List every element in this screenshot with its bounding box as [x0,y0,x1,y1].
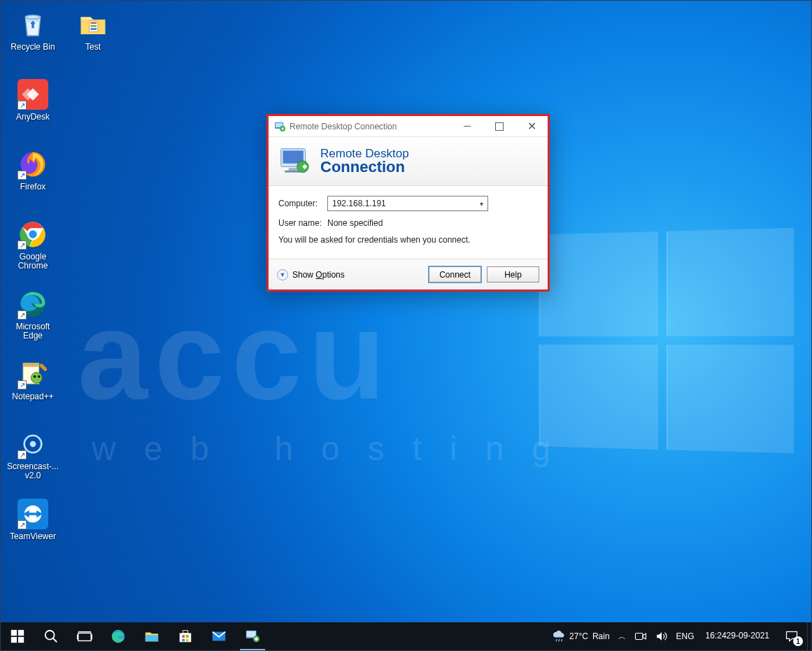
taskbar-app-mail[interactable] [202,622,236,650]
window-close-button[interactable]: ✕ [515,116,548,137]
desktop-icon-label: Recycle Bin [5,43,61,52]
task-view-icon [77,629,92,644]
connect-button[interactable]: Connect [429,266,481,282]
search-icon [43,629,59,644]
desktop-icon-label: Microsoft Edge [5,322,61,340]
taskbar-app-file-explorer[interactable] [135,622,169,650]
desktop-icon-label: Test [65,43,121,52]
chevron-up-icon: ︿ [618,631,626,642]
window-minimize-button[interactable] [451,116,483,137]
svg-rect-40 [182,635,185,638]
file-explorer-icon [144,629,159,644]
desktop-icon-recycle-bin[interactable]: Recycle Bin [5,9,61,64]
remote-desktop-window: Remote Desktop Connection ✕ Remote Deskt… [269,116,548,289]
weather-widget[interactable]: 27°C Rain [548,622,614,650]
desktop-icon-test-folder[interactable]: Test [65,9,121,64]
tray-meet-now[interactable] [630,622,651,650]
desktop-icon-label: Notepad++ [5,392,61,401]
desktop-icon-notepad-plus-plus[interactable]: ↗ Notepad++ [5,359,61,413]
tray-volume[interactable] [651,622,672,650]
taskbar-app-edge[interactable] [101,622,135,650]
desktop-icon-firefox[interactable]: ↗ Firefox [5,149,61,203]
show-options-toggle[interactable]: ▼ Show Options [277,269,423,280]
start-button[interactable] [1,622,34,650]
firefox-icon: ↗ [17,149,48,180]
tray-clock[interactable]: 16:24 29-09-2021 [699,622,776,650]
svg-rect-46 [247,631,256,637]
show-options-label: Show Options [292,270,345,280]
svg-rect-41 [186,635,189,638]
help-button[interactable]: Help [487,266,539,282]
window-maximize-button[interactable] [483,116,515,137]
window-title: Remote Desktop Connection [290,122,451,131]
recycle-bin-icon [17,9,48,40]
desktop-icon-screencast[interactable]: ↗ Screencast-... v2.0 [5,429,61,483]
rdc-banner-line2: Connection [320,159,409,175]
tray-time: 16:24 [706,631,727,641]
svg-rect-43 [186,639,189,642]
show-desktop-button[interactable] [807,622,811,650]
computer-combobox[interactable]: 192.168.1.191 ▾ [327,196,488,211]
shortcut-overlay-icon: ↗ [17,520,27,529]
desktop-icon-teamviewer[interactable]: ↗ TeamViewer [5,499,61,553]
svg-point-31 [45,631,55,640]
notification-badge: 1 [793,636,803,646]
window-titlebar[interactable]: Remote Desktop Connection ✕ [269,116,548,137]
desktop-icon-label: Firefox [5,183,61,192]
username-value: None specified [327,218,383,228]
svg-point-8 [31,372,42,383]
screencast-icon: ↗ [17,429,48,459]
shortcut-overlay-icon: ↗ [17,310,27,320]
svg-rect-35 [91,634,92,639]
chevron-down-icon: ▼ [277,269,288,280]
shortcut-overlay-icon: ↗ [17,380,27,389]
svg-rect-16 [91,22,97,24]
weather-condition: Rain [592,631,610,641]
weather-rain-icon [553,630,565,643]
svg-rect-39 [183,631,187,634]
taskbar-app-microsoft-store[interactable] [169,622,202,650]
desktop-icon-microsoft-edge[interactable]: ↗ Microsoft Edge [5,289,61,343]
edge-icon [111,629,126,644]
taskbar-app-rdc[interactable] [236,622,269,650]
svg-rect-34 [77,634,78,639]
desktop-icon-google-chrome[interactable]: ↗ Google Chrome [5,219,61,273]
username-label: User name: [278,218,327,228]
mail-icon [211,629,227,644]
chevron-down-icon: ▾ [480,200,483,208]
action-center-button[interactable]: 1 [776,622,807,650]
tray-date: 29-09-2021 [727,631,769,641]
svg-rect-27 [11,630,17,636]
computer-value: 192.168.1.191 [332,199,386,208]
shortcut-overlay-icon: ↗ [17,101,27,110]
meet-now-icon [634,630,647,643]
svg-point-9 [34,375,36,378]
desktop-icon-label: TeamViewer [5,532,61,541]
anydesk-icon: ↗ [17,79,48,110]
svg-point-10 [38,375,41,378]
folder-icon [78,9,108,40]
svg-rect-30 [18,637,24,643]
rdc-icon [245,629,260,644]
chrome-icon: ↗ [17,219,48,250]
tray-language[interactable]: ENG [672,622,699,650]
svg-rect-7 [23,363,39,366]
rdc-banner: Remote Desktop Connection [269,137,548,186]
search-button[interactable] [34,622,68,650]
system-tray: 27°C Rain ︿ ENG 16:24 29-09-2021 1 [548,622,811,650]
shortcut-overlay-icon: ↗ [17,241,27,250]
computer-label: Computer: [278,199,327,208]
desktop-icon-label: Google Chrome [5,252,61,270]
svg-rect-42 [182,639,185,642]
desktop-icon-anydesk[interactable]: ↗ AnyDesk [5,79,61,134]
rdc-app-icon [274,121,285,132]
store-icon [178,629,193,644]
task-view-button[interactable] [68,622,101,650]
volume-icon [655,630,668,643]
svg-rect-29 [11,637,17,643]
monitor-icon [278,146,311,177]
rdc-highlight-annotation: Remote Desktop Connection ✕ Remote Deskt… [266,114,550,292]
tray-overflow-button[interactable]: ︿ [614,622,630,650]
svg-point-12 [30,441,36,448]
taskbar: 27°C Rain ︿ ENG 16:24 29-09-2021 1 [1,622,811,650]
